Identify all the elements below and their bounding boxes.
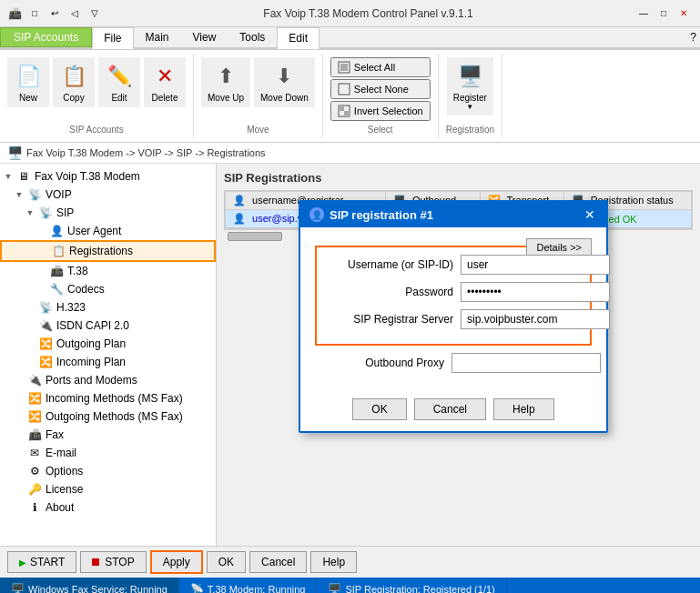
sidebar-item-isdn[interactable]: ▷ 🔌 ISDN CAPI 2.0 [0,317,216,335]
move-up-label: Move Up [208,93,244,103]
registrations-label: Registrations [69,245,133,257]
fax-status-icon: 🖥️ [11,583,25,594]
sidebar-item-registrations[interactable]: ▷ 📋 Registrations [0,240,216,262]
ok-button[interactable]: OK [207,551,246,573]
expand-fax-voip[interactable]: ▼ [4,172,13,181]
status-sip-text: SIP Registration: Registered (1/1) [345,584,494,594]
sidebar-item-t38[interactable]: ▷ 📠 T.38 [0,262,216,280]
sidebar: ▼ 🖥 Fax Voip T.38 Modem ▼ 📡 VOIP ▼ 📡 SIP… [0,164,217,546]
modal-help-button[interactable]: Help [493,398,554,420]
t38-label: T.38 [67,265,88,277]
password-input[interactable] [461,282,610,302]
cancel-button[interactable]: Cancel [249,551,307,573]
modem-status-icon: 📡 [190,583,204,594]
breadcrumb: 🖥️ Fax Voip T.38 Modem -> VOIP -> SIP ->… [0,143,700,164]
register-button[interactable]: 🖥️ Register ▼ [447,57,493,116]
sip-label: SIP [56,206,74,219]
cancel-label: Cancel [261,556,295,568]
sidebar-item-about[interactable]: ▷ ℹ About [0,498,216,517]
options-label: Options [46,465,83,477]
help-icon[interactable]: ? [690,31,696,44]
about-icon: ℹ [27,500,42,515]
start-button[interactable]: ▶ START [7,551,76,573]
sidebar-item-outgoing-plan[interactable]: ▷ 🔀 Outgoing Plan [0,335,216,353]
details-button[interactable]: Details >> [526,238,592,256]
copy-label: Copy [63,93,84,103]
status-item-modem: 📡 T.38 Modem: Running [179,578,318,593]
ribbon-group-registration: 🖥️ Register ▼ Registration [439,54,502,138]
group-reg-label: Registration [446,121,494,135]
options-icon: ⚙ [27,464,42,478]
ribbon-group-sip-accounts: 📄 New 📋 Copy ✏️ Edit ✕ Delete SIP Accoun… [0,54,194,138]
edit-button[interactable]: ✏️ Edit [98,57,140,107]
license-icon: 🔑 [27,482,42,497]
proxy-group: Outbound Proxy [315,353,592,373]
close-button[interactable]: ✕ [675,6,693,21]
title-bar-icon3: ◁ [67,6,82,21]
email-label: E-mail [46,447,76,459]
svg-rect-1 [340,64,348,71]
help-button[interactable]: Help [310,551,357,573]
copy-button[interactable]: 📋 Copy [53,57,95,107]
new-button[interactable]: 📄 New [7,57,49,107]
svg-rect-5 [344,111,350,116]
sidebar-item-incoming-ms[interactable]: ▷ 🔀 Incoming Methods (MS Fax) [0,389,216,407]
expand-voip[interactable]: ▼ [15,190,24,199]
incoming-plan-label: Incoming Plan [56,356,126,368]
sidebar-item-ports-modems[interactable]: ▷ 🔌 Ports and Modems [0,371,216,389]
move-down-button[interactable]: ⬇ Move Down [254,57,315,107]
sidebar-item-voip[interactable]: ▼ 📡 VOIP [0,186,216,204]
sidebar-item-h323[interactable]: ▷ 📡 H.323 [0,298,216,317]
delete-button[interactable]: ✕ Delete [144,57,186,107]
tab-file[interactable]: File [92,27,133,49]
stop-button[interactable]: STOP [80,551,146,573]
codecs-label: Codecs [67,283,105,296]
minimize-button[interactable]: — [634,6,653,21]
modal-close-button[interactable]: ✕ [583,207,597,222]
sidebar-item-fax[interactable]: ▷ 📠 Fax [0,426,216,444]
sidebar-item-codecs[interactable]: ▷ 🔧 Codecs [0,280,216,298]
voip-icon: 📡 [27,187,42,202]
copy-icon: 📋 [59,62,88,91]
modal-overlay: 👤 SIP registration #1 ✕ Details >> Usern… [217,164,700,546]
sidebar-item-incoming-plan[interactable]: ▷ 🔀 Incoming Plan [0,353,216,371]
sidebar-item-license[interactable]: ▷ 🔑 License [0,480,216,498]
incoming-ms-icon: 🔀 [27,391,42,406]
edit-icon: ✏️ [105,62,134,91]
select-none-button[interactable]: Select None [330,79,431,99]
tab-main[interactable]: Main [134,27,181,47]
modal-ok-button[interactable]: OK [352,398,406,420]
tab-tools[interactable]: Tools [228,27,277,47]
sidebar-item-user-agent[interactable]: ▷ 👤 User Agent [0,222,216,240]
ribbon-group-select: Select All Select None Invert Selection [323,54,439,138]
breadcrumb-icon: 🖥️ [7,146,23,160]
tab-view[interactable]: View [181,27,228,47]
username-input[interactable] [461,255,610,275]
tab-sip-accounts[interactable]: SIP Accounts [0,27,92,47]
registrar-input[interactable] [461,309,610,329]
select-all-button[interactable]: Select All [330,57,431,77]
new-icon: 📄 [14,62,43,91]
select-all-label: Select All [354,62,395,73]
invert-icon [338,105,350,117]
proxy-input[interactable] [451,353,601,373]
sidebar-item-fax-voip[interactable]: ▼ 🖥 Fax Voip T.38 Modem [0,167,216,186]
invert-selection-button[interactable]: Invert Selection [330,101,431,121]
username-label: Username (or SIP-ID) [324,258,461,271]
sidebar-item-options[interactable]: ▷ ⚙ Options [0,462,216,480]
maximize-button[interactable]: □ [654,6,673,21]
move-up-button[interactable]: ⬆ Move Up [201,57,250,107]
sidebar-item-outgoing-ms[interactable]: ▷ 🔀 Outgoing Methods (MS Fax) [0,407,216,426]
status-item-sip: 🖥️ SIP Registration: Registered (1/1) [317,578,506,593]
modal-cancel-button[interactable]: Cancel [414,398,486,420]
sidebar-item-email[interactable]: ▷ ✉ E-mail [0,444,216,462]
sidebar-item-sip[interactable]: ▼ 📡 SIP [0,204,216,222]
new-label: New [19,93,37,103]
tab-edit[interactable]: Edit [277,27,320,49]
expand-sip[interactable]: ▼ [25,208,35,217]
apply-button[interactable]: Apply [150,550,203,574]
ribbon-select-buttons: Select All Select None Invert Selection [330,57,431,121]
app-icon: 📠 [7,6,22,21]
start-label: START [30,556,65,568]
content-area: SIP Registrations 👤 username@registrar 🖥… [217,164,700,546]
